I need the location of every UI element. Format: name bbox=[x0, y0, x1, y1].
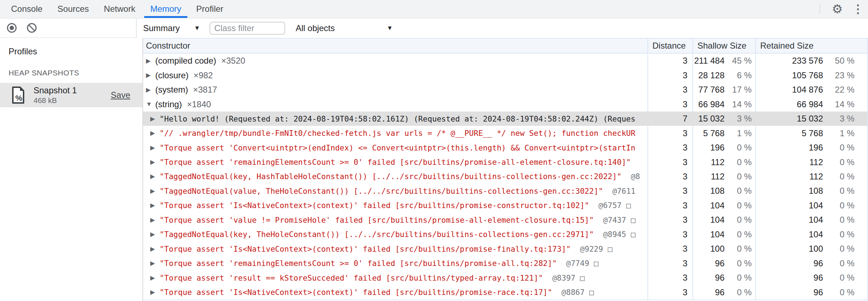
constructor-name: (system) bbox=[155, 85, 188, 95]
perspective-select[interactable]: Summary ▼ bbox=[143, 23, 200, 33]
table-row[interactable]: ▶"Torque assert 'value != PromiseHole' f… bbox=[143, 213, 867, 227]
table-row[interactable]: ▶"TaggedNotEqual(key, TheHoleConstant())… bbox=[143, 227, 867, 242]
table-row[interactable]: ▶"Torque assert 'Is<NativeContext>(conte… bbox=[143, 198, 867, 213]
shallow-size-cell: 5 7681 % bbox=[692, 126, 755, 140]
disclosure-triangle-icon[interactable]: ▶ bbox=[150, 187, 160, 195]
sidebar-item-snapshot-1[interactable]: % Snapshot 1 468 kB Save bbox=[0, 83, 142, 107]
constructor-cell: ▶"Torque assert 'result == kStoreSuccede… bbox=[143, 271, 647, 285]
retained-size-percent: 23 % bbox=[823, 70, 854, 80]
table-row[interactable]: ▶"// .wrangler/tmp/bundle-FmNIt0/checked… bbox=[143, 126, 867, 140]
disclosure-triangle-icon[interactable]: ▶ bbox=[150, 158, 160, 166]
disclosure-triangle-icon[interactable]: ▶ bbox=[146, 57, 155, 65]
constructor-cell: ▶"Torque assert 'Convert<uintptr>(endInd… bbox=[143, 140, 647, 155]
shallow-size-value: 211 484 bbox=[694, 56, 725, 66]
disclosure-triangle-icon[interactable]: ▶ bbox=[150, 202, 160, 209]
shallow-size-cell: 66 98414 % bbox=[692, 97, 755, 111]
constructor-name: "// .wrangler/tmp/bundle-FmNIt0/checked-… bbox=[160, 129, 635, 138]
constructor-cell: ▶"// .wrangler/tmp/bundle-FmNIt0/checked… bbox=[143, 126, 647, 140]
shallow-size-percent: 45 % bbox=[725, 56, 752, 66]
constructor-cell: ▼(string)×1840 bbox=[143, 97, 647, 111]
retained-size-percent: 1 % bbox=[823, 128, 854, 138]
snapshot-meta: Snapshot 1 468 kB bbox=[34, 85, 111, 105]
tab-memory[interactable]: Memory bbox=[143, 0, 189, 18]
constructor-cell: ▶"Torque assert 'value != PromiseHole' f… bbox=[143, 213, 647, 227]
disclosure-triangle-icon[interactable]: ▶ bbox=[146, 71, 155, 79]
retained-size-cell: 104 87622 % bbox=[755, 83, 867, 97]
constructor-cell: ▶"Torque assert 'Is<NativeContext>(conte… bbox=[143, 242, 647, 256]
class-filter-input[interactable] bbox=[210, 22, 285, 35]
disclosure-triangle-icon[interactable]: ▶ bbox=[150, 245, 160, 253]
table-row[interactable]: ▶"Torque assert 'remainingElementsCount … bbox=[143, 256, 867, 271]
table-row[interactable]: ▶(compiled code)×3520 3 211 48445 % 233 … bbox=[143, 54, 867, 68]
disclosure-triangle-icon[interactable]: ▶ bbox=[146, 86, 155, 94]
column-header-constructor[interactable]: Constructor bbox=[143, 39, 647, 53]
object-id: @7611 bbox=[612, 187, 636, 196]
object-id: @8945 □ bbox=[603, 230, 636, 239]
constructor-name: (compiled code) bbox=[155, 56, 216, 66]
object-id: @9229 □ bbox=[580, 245, 612, 253]
more-options-kebab-icon[interactable]: ⋮ bbox=[848, 0, 868, 18]
clear-profiles-icon[interactable] bbox=[26, 22, 38, 34]
shallow-size-cell: 211 48445 % bbox=[692, 54, 755, 68]
constructor-name: "Torque assert 'result == kStoreSucceded… bbox=[160, 273, 543, 282]
retained-size-cell: 1040 % bbox=[755, 227, 867, 242]
tab-sources[interactable]: Sources bbox=[50, 0, 96, 18]
snapshot-title: Snapshot 1 bbox=[34, 85, 111, 95]
disclosure-triangle-icon[interactable]: ▶ bbox=[150, 260, 160, 267]
object-scope-select-value: All objects bbox=[296, 23, 335, 33]
disclosure-triangle-icon[interactable]: ▶ bbox=[150, 144, 160, 152]
retained-size-cell: 1960 % bbox=[755, 140, 867, 155]
shallow-size-value: 112 bbox=[711, 157, 725, 167]
column-header-retained-size[interactable]: Retained Size bbox=[755, 39, 867, 53]
disclosure-triangle-icon[interactable]: ▶ bbox=[150, 115, 160, 123]
constructor-cell: ▶"TaggedNotEqual(value, TheHoleConstant(… bbox=[143, 184, 647, 198]
tab-label: Network bbox=[104, 4, 135, 14]
table-row[interactable]: ▶"Torque assert 'result == kStoreSuccede… bbox=[143, 271, 867, 285]
disclosure-triangle-icon[interactable]: ▶ bbox=[150, 274, 160, 282]
constructor-name: "TaggedNotEqual(key, TheHoleConstant()) … bbox=[160, 230, 594, 239]
table-row[interactable]: ▶"TaggedNotEqual(key, HashTableHoleConst… bbox=[143, 169, 867, 184]
shallow-size-value: 96 bbox=[715, 273, 725, 283]
disclosure-triangle-icon[interactable]: ▶ bbox=[150, 288, 160, 296]
retained-size-cell: 15 0323 % bbox=[755, 112, 867, 126]
table-row[interactable]: ▶"Torque assert 'remainingElementsCount … bbox=[143, 155, 867, 169]
distance-cell: 3 bbox=[647, 155, 692, 169]
table-row[interactable]: ▶"Torque assert 'Convert<uintptr>(endInd… bbox=[143, 140, 867, 155]
table-row[interactable]: ▶"Torque assert 'Is<NativeContext>(conte… bbox=[143, 242, 867, 256]
table-row[interactable]: ▶(closure)×982 3 28 1286 % 105 76823 % bbox=[143, 68, 867, 82]
disclosure-triangle-icon[interactable]: ▶ bbox=[150, 231, 160, 238]
save-snapshot-link[interactable]: Save bbox=[111, 90, 130, 100]
shallow-size-value: 96 bbox=[715, 258, 725, 268]
table-row[interactable]: ▶(system)×3817 3 77 76817 % 104 87622 % bbox=[143, 83, 867, 97]
table-row[interactable]: ▶"Hello world! (Requested at: 2024-08-19… bbox=[143, 112, 867, 126]
column-header-shallow-size[interactable]: Shallow Size bbox=[692, 39, 755, 53]
object-scope-select[interactable]: All objects ▼ bbox=[296, 23, 393, 33]
disclosure-triangle-icon[interactable]: ▶ bbox=[150, 216, 160, 224]
constructor-cell: ▶"Torque assert 'Is<NativeContext>(conte… bbox=[143, 285, 647, 300]
tab-console[interactable]: Console bbox=[4, 0, 50, 18]
settings-gear-icon[interactable]: ⚙ bbox=[827, 0, 848, 18]
object-id: @8 bbox=[631, 172, 640, 181]
constructor-name: "TaggedNotEqual(key, HashTableHoleConsta… bbox=[160, 172, 621, 181]
disclosure-triangle-icon[interactable]: ▶ bbox=[150, 173, 160, 180]
table-row[interactable]: ▶"TaggedNotEqual(value, TheHoleConstant(… bbox=[143, 184, 867, 198]
shallow-size-value: 100 bbox=[710, 244, 725, 254]
shallow-size-value: 112 bbox=[711, 172, 725, 182]
shallow-size-cell: 1040 % bbox=[692, 213, 755, 227]
table-row[interactable]: ▼(string)×1840 3 66 98414 % 66 98414 % bbox=[143, 97, 867, 111]
heap-snapshot-grid: Constructor Distance Shallow Size Retain… bbox=[143, 38, 868, 301]
disclosure-triangle-icon[interactable]: ▶ bbox=[150, 129, 160, 137]
retained-size-value: 96 bbox=[813, 258, 823, 268]
constructor-name: (string) bbox=[155, 99, 182, 109]
tabbar-spacer bbox=[231, 0, 819, 18]
shallow-size-percent: 0 % bbox=[725, 215, 752, 225]
column-header-distance[interactable]: Distance bbox=[647, 39, 692, 53]
retained-size-percent: 0 % bbox=[823, 244, 854, 254]
shallow-size-percent: 0 % bbox=[725, 201, 752, 211]
tab-profiler[interactable]: Profiler bbox=[189, 0, 231, 18]
tab-network[interactable]: Network bbox=[96, 0, 143, 18]
record-heap-snapshot-icon[interactable] bbox=[6, 22, 18, 34]
constructor-cell: ▶"Torque assert 'Is<NativeContext>(conte… bbox=[143, 198, 647, 213]
disclosure-triangle-icon[interactable]: ▼ bbox=[146, 101, 155, 108]
table-row[interactable]: ▶"Torque assert 'Is<NativeContext>(conte… bbox=[143, 285, 867, 300]
